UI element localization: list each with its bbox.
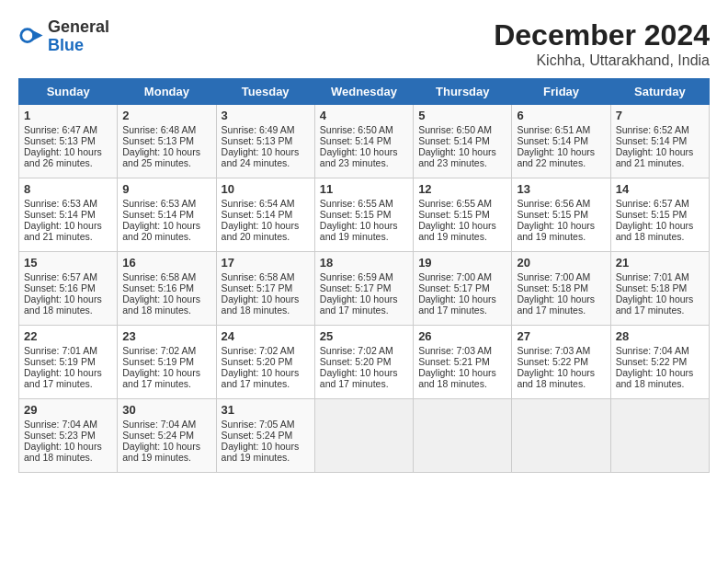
day-info: and 18 minutes. [616, 378, 704, 389]
day-info: Sunrise: 6:56 AM [517, 198, 605, 209]
day-info: Sunset: 5:18 PM [517, 282, 605, 293]
calendar-cell: 5Sunrise: 6:50 AMSunset: 5:14 PMDaylight… [414, 105, 512, 178]
calendar-cell: 2Sunrise: 6:48 AMSunset: 5:13 PMDaylight… [118, 105, 216, 178]
calendar-cell: 10Sunrise: 6:54 AMSunset: 5:14 PMDayligh… [216, 178, 314, 252]
day-info: Sunrise: 7:05 AM [222, 419, 310, 430]
day-number: 2 [122, 109, 210, 122]
day-info: Sunrise: 7:03 AM [517, 345, 605, 356]
day-info: Sunset: 5:15 PM [418, 209, 506, 220]
day-info: Sunrise: 7:04 AM [122, 419, 210, 430]
day-info: and 17 minutes. [320, 378, 408, 389]
day-info: and 24 minutes. [222, 157, 310, 168]
day-number: 26 [418, 329, 506, 343]
calendar-cell: 4Sunrise: 6:50 AMSunset: 5:14 PMDaylight… [314, 105, 413, 178]
day-info: Daylight: 10 hours [122, 293, 210, 304]
day-info: and 17 minutes. [222, 378, 310, 389]
day-info: Daylight: 10 hours [24, 367, 112, 378]
day-info: Sunset: 5:17 PM [222, 282, 310, 293]
day-info: Sunset: 5:24 PM [122, 430, 210, 441]
day-info: and 17 minutes. [418, 304, 506, 316]
day-info: Daylight: 10 hours [616, 367, 704, 378]
day-info: Daylight: 10 hours [122, 146, 210, 157]
day-info: Sunset: 5:17 PM [320, 282, 408, 293]
day-info: and 19 minutes. [418, 231, 506, 242]
day-info: Sunrise: 6:55 AM [418, 198, 506, 209]
day-info: Sunset: 5:24 PM [222, 430, 310, 441]
calendar-cell: 27Sunrise: 7:03 AMSunset: 5:22 PMDayligh… [512, 326, 610, 399]
day-number: 16 [122, 256, 210, 270]
day-info: Sunset: 5:15 PM [616, 209, 704, 220]
day-info: Daylight: 10 hours [418, 146, 506, 157]
day-info: Sunrise: 6:50 AM [418, 124, 506, 135]
calendar-cell: 16Sunrise: 6:58 AMSunset: 5:16 PMDayligh… [118, 252, 216, 326]
day-info: and 25 minutes. [122, 157, 210, 168]
day-info: Sunset: 5:16 PM [122, 282, 210, 293]
day-info: Daylight: 10 hours [418, 367, 506, 378]
day-info: and 18 minutes. [122, 304, 210, 316]
day-info: Daylight: 10 hours [517, 146, 605, 157]
day-info: and 23 minutes. [418, 157, 506, 168]
calendar-cell: 12Sunrise: 6:55 AMSunset: 5:15 PMDayligh… [414, 178, 512, 252]
day-info: Sunset: 5:16 PM [24, 282, 112, 293]
day-info: Sunrise: 6:54 AM [222, 198, 310, 209]
calendar-cell: 28Sunrise: 7:04 AMSunset: 5:22 PMDayligh… [610, 326, 709, 399]
header-saturday: Saturday [610, 79, 709, 105]
day-info: Daylight: 10 hours [222, 293, 310, 304]
calendar-cell: 13Sunrise: 6:56 AMSunset: 5:15 PMDayligh… [512, 178, 610, 252]
day-info: Sunrise: 7:01 AM [24, 345, 112, 356]
header-friday: Friday [512, 79, 610, 105]
day-info: Sunset: 5:15 PM [320, 209, 408, 220]
day-info: and 18 minutes. [517, 378, 605, 389]
day-number: 15 [24, 256, 112, 270]
day-info: Daylight: 10 hours [320, 220, 408, 231]
day-number: 21 [616, 256, 704, 270]
day-info: Sunrise: 6:57 AM [616, 198, 704, 209]
day-info: Daylight: 10 hours [222, 220, 310, 231]
day-info: Sunrise: 6:52 AM [616, 124, 704, 135]
day-info: Daylight: 10 hours [24, 293, 112, 304]
header-thursday: Thursday [414, 79, 512, 105]
day-info: and 18 minutes. [222, 304, 310, 316]
day-info: Daylight: 10 hours [24, 220, 112, 231]
logo-general: General [48, 18, 109, 37]
day-info: Daylight: 10 hours [122, 441, 210, 452]
day-number: 22 [24, 329, 112, 343]
calendar-cell: 3Sunrise: 6:49 AMSunset: 5:13 PMDaylight… [216, 105, 314, 178]
day-info: Daylight: 10 hours [24, 146, 112, 157]
day-info: Daylight: 10 hours [517, 367, 605, 378]
day-info: and 17 minutes. [517, 304, 605, 316]
day-info: Sunset: 5:14 PM [517, 135, 605, 146]
day-info: Sunrise: 7:00 AM [418, 271, 506, 282]
week-row-2: 8Sunrise: 6:53 AMSunset: 5:14 PMDaylight… [19, 178, 710, 252]
calendar-cell: 24Sunrise: 7:02 AMSunset: 5:20 PMDayligh… [216, 326, 314, 399]
day-info: Sunrise: 6:51 AM [517, 124, 605, 135]
day-info: Sunrise: 7:01 AM [616, 271, 704, 282]
calendar-cell [414, 399, 512, 473]
calendar-cell: 29Sunrise: 7:04 AMSunset: 5:23 PMDayligh… [19, 399, 118, 473]
day-info: and 26 minutes. [24, 157, 112, 168]
day-info: Sunrise: 6:58 AM [222, 271, 310, 282]
day-info: Sunrise: 6:57 AM [24, 271, 112, 282]
calendar-cell: 15Sunrise: 6:57 AMSunset: 5:16 PMDayligh… [19, 252, 118, 326]
calendar-cell: 6Sunrise: 6:51 AMSunset: 5:14 PMDaylight… [512, 105, 610, 178]
day-number: 6 [517, 109, 605, 122]
calendar-cell: 11Sunrise: 6:55 AMSunset: 5:15 PMDayligh… [314, 178, 413, 252]
svg-point-0 [21, 29, 34, 41]
calendar-cell: 22Sunrise: 7:01 AMSunset: 5:19 PMDayligh… [19, 326, 118, 399]
day-info: Daylight: 10 hours [616, 293, 704, 304]
day-info: Sunset: 5:20 PM [222, 356, 310, 367]
day-number: 18 [320, 256, 408, 270]
day-info: and 22 minutes. [517, 157, 605, 168]
day-info: Sunrise: 6:50 AM [320, 124, 408, 135]
logo-blue: Blue [48, 37, 109, 55]
day-info: and 21 minutes. [616, 157, 704, 168]
calendar-cell: 18Sunrise: 6:59 AMSunset: 5:17 PMDayligh… [314, 252, 413, 326]
header-sunday: Sunday [19, 79, 118, 105]
day-info: and 17 minutes. [24, 378, 112, 389]
day-info: Sunrise: 6:47 AM [24, 124, 112, 135]
day-info: and 20 minutes. [222, 231, 310, 242]
day-info: Daylight: 10 hours [320, 146, 408, 157]
day-info: Sunset: 5:22 PM [517, 356, 605, 367]
day-info: and 17 minutes. [122, 378, 210, 389]
title-block: December 2024 Kichha, Uttarakhand, India [494, 18, 710, 69]
